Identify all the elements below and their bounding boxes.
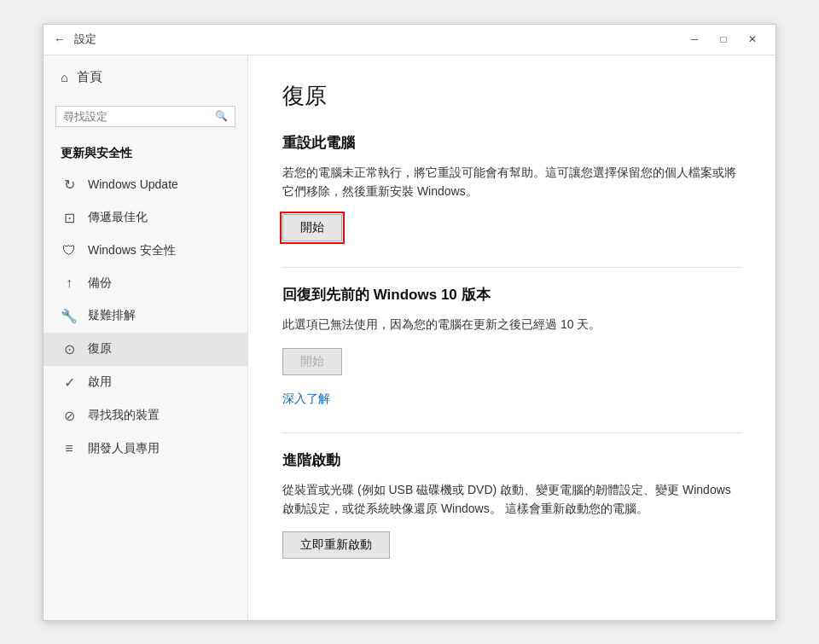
- sidebar-item-label: 啟用: [88, 374, 112, 390]
- sidebar-item-windows-update[interactable]: ↻ Windows Update: [44, 168, 247, 201]
- search-icon: 🔍: [215, 110, 228, 122]
- home-icon: ⌂: [61, 70, 68, 84]
- sidebar-item-find-device[interactable]: ⊘ 尋找我的裝置: [44, 399, 247, 432]
- sidebar-item-developer[interactable]: ≡ 開發人員專用: [44, 432, 247, 465]
- sidebar: ⌂ 首頁 🔍 更新與安全性 ↻ Windows Update ⊡ 傳遞最佳化 🛡…: [44, 55, 248, 620]
- go-back-section: 回復到先前的 Windows 10 版本 此選項已無法使用，因為您的電腦在更新之…: [282, 285, 741, 406]
- sidebar-item-activation[interactable]: ✓ 啟用: [44, 366, 247, 399]
- maximize-button[interactable]: □: [711, 30, 736, 49]
- sidebar-item-label: 傳遞最佳化: [88, 210, 148, 225]
- reset-section-title: 重設此電腦: [282, 133, 741, 153]
- back-button[interactable]: ←: [54, 32, 66, 46]
- go-back-start-button[interactable]: 開始: [282, 348, 342, 375]
- main-panel: 復原 重設此電腦 若您的電腦未正常執行，將它重設可能會有幫助。這可讓您選擇保留您…: [248, 55, 775, 620]
- advanced-section: 進階啟動 從裝置或光碟 (例如 USB 磁碟機或 DVD) 啟動、變更電腦的韌體…: [282, 450, 741, 560]
- title-bar: ← 設定 ─ □ ✕: [44, 25, 775, 55]
- delivery-optimization-icon: ⊡: [61, 210, 78, 226]
- home-label: 首頁: [77, 69, 102, 85]
- troubleshoot-icon: 🔧: [61, 308, 78, 324]
- restart-now-button[interactable]: 立即重新啟動: [282, 531, 390, 559]
- sidebar-item-label: Windows Update: [88, 177, 178, 191]
- windows-update-icon: ↻: [61, 177, 78, 193]
- divider-2: [282, 432, 741, 433]
- sidebar-item-label: 開發人員專用: [88, 441, 160, 456]
- divider-1: [282, 267, 741, 268]
- close-button[interactable]: ✕: [740, 30, 765, 49]
- activation-icon: ✓: [61, 374, 78, 391]
- sidebar-item-delivery-optimization[interactable]: ⊡ 傳遞最佳化: [44, 201, 247, 235]
- sidebar-item-recovery[interactable]: ⊙ 復原: [44, 333, 247, 366]
- settings-window: ← 設定 ─ □ ✕ ⌂ 首頁 🔍 更新與安全性 ↻ Windows Updat…: [43, 24, 776, 621]
- sidebar-section-title: 更新與安全性: [44, 139, 247, 168]
- go-back-section-title: 回復到先前的 Windows 10 版本: [282, 285, 741, 305]
- sidebar-item-label: 疑難排解: [88, 308, 136, 323]
- sidebar-item-label: 備份: [88, 276, 112, 291]
- learn-more-link[interactable]: 深入了解: [282, 392, 330, 405]
- content-area: ⌂ 首頁 🔍 更新與安全性 ↻ Windows Update ⊡ 傳遞最佳化 🛡…: [44, 55, 775, 620]
- search-input[interactable]: [63, 110, 215, 123]
- recovery-icon: ⊙: [61, 341, 78, 357]
- sidebar-item-label: Windows 安全性: [88, 243, 176, 258]
- developer-icon: ≡: [61, 441, 78, 456]
- title-bar-left: ← 設定: [54, 32, 96, 47]
- page-title: 復原: [282, 81, 741, 111]
- windows-security-icon: 🛡: [61, 243, 78, 258]
- sidebar-item-troubleshoot[interactable]: 🔧 疑難排解: [44, 299, 247, 333]
- advanced-section-description: 從裝置或光碟 (例如 USB 磁碟機或 DVD) 啟動、變更電腦的韌體設定、變更…: [282, 480, 741, 519]
- reset-section-description: 若您的電腦未正常執行，將它重設可能會有幫助。這可讓您選擇保留您的個人檔案或將它們…: [282, 163, 741, 201]
- reset-start-button[interactable]: 開始: [282, 214, 342, 241]
- sidebar-home[interactable]: ⌂ 首頁: [44, 55, 247, 99]
- minimize-button[interactable]: ─: [682, 30, 707, 49]
- title-bar-controls: ─ □ ✕: [682, 30, 765, 49]
- advanced-section-title: 進階啟動: [282, 450, 741, 470]
- find-device-icon: ⊘: [61, 408, 78, 424]
- sidebar-item-label: 復原: [88, 341, 112, 357]
- sidebar-item-label: 尋找我的裝置: [88, 408, 160, 423]
- window-title: 設定: [74, 32, 96, 47]
- search-box[interactable]: 🔍: [55, 106, 235, 127]
- sidebar-item-windows-security[interactable]: 🛡 Windows 安全性: [44, 235, 247, 267]
- go-back-section-description: 此選項已無法使用，因為您的電腦在更新之後已經過 10 天。: [282, 315, 741, 334]
- backup-icon: ↑: [61, 276, 78, 291]
- sidebar-item-backup[interactable]: ↑ 備份: [44, 267, 247, 299]
- reset-section: 重設此電腦 若您的電腦未正常執行，將它重設可能會有幫助。這可讓您選擇保留您的個人…: [282, 133, 741, 242]
